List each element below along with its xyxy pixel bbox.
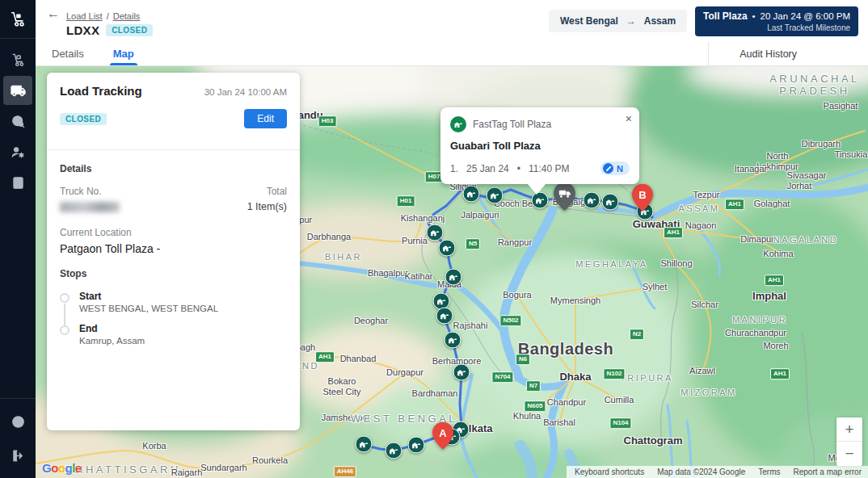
toll-booth-icon [466,189,477,199]
report-error-link[interactable]: Report a map error [794,468,862,476]
stop-end-value: Kamrup, Assam [79,336,145,346]
popup-time: 11:40 PM [529,163,569,174]
milestone-dot: • [752,11,756,21]
stop-dot-icon [60,325,70,335]
route-chip: West Bengal → Assam [549,10,687,32]
sidebar-item-trips[interactable] [3,76,32,105]
hand-truck-icon [11,52,26,68]
document-icon [11,175,26,191]
breadcrumb-load-list[interactable]: Load List [66,11,103,21]
edit-button[interactable]: Edit [244,109,287,128]
sidebar-item-help[interactable] [3,407,32,436]
logo-letter: e [75,461,82,475]
timeline-connector [64,304,65,328]
popup-date: 25 Jan 24 [466,163,509,174]
map-canvas[interactable]: ARUNACHAL PRADESHPasighatDibrugarhTinsuk… [36,66,868,478]
toll-plaza-marker[interactable] [427,224,444,241]
tab-map[interactable]: Map [110,42,137,65]
toll-booth-icon [440,311,450,321]
toll-booth-icon [535,195,546,206]
stop-end-label: End [79,323,145,334]
globe-search-icon [11,114,26,129]
zoom-in-button[interactable]: + [836,417,862,442]
toll-plaza-marker[interactable] [386,442,402,459]
toll-plaza-popup: × FastTag Toll Plaza Guabari Toll Plaza … [440,107,639,184]
sidebar [0,0,36,478]
truck-no-value-redacted [60,202,120,212]
logo-letter: o [58,461,65,475]
audit-history-link[interactable]: Audit History [708,42,868,65]
toll-booth-icon [587,195,597,206]
header-right: West Bengal → Assam Toll Plaza • 20 Jan … [549,6,860,36]
selected-toll-marker[interactable] [554,182,575,214]
tab-details[interactable]: Details [48,42,87,65]
app-window: ← Load List / Details LDXX CLOSED West B… [0,0,868,478]
toll-plaza-marker[interactable] [453,364,470,381]
cart-logo-icon [9,10,27,28]
app-logo [0,0,36,39]
toll-plaza-marker[interactable] [439,240,456,257]
close-icon[interactable]: × [626,113,632,124]
toll-booth-icon [411,440,422,451]
sidebar-nav [3,39,32,197]
divider [47,149,300,150]
route-origin: West Bengal [560,15,618,27]
route-destination: Assam [644,15,676,27]
milestone-subtitle: Last Tracked Milestone [703,23,850,32]
toll-plaza-marker[interactable] [445,269,462,286]
sidebar-item-tracking[interactable] [3,107,32,136]
sidebar-bottom [0,398,36,478]
route-pin[interactable]: B [632,184,653,215]
toll-booth-icon [436,296,447,307]
truck-icon [11,83,26,99]
terms-link[interactable]: Terms [758,468,780,476]
zoom-out-button[interactable]: − [836,442,862,466]
map-zoom-control: + − [836,417,862,466]
breadcrumb-separator: / [107,11,109,21]
arrow-right-icon: → [626,15,636,27]
milestone-type: Toll Plaza [703,10,747,22]
logout-icon [11,448,26,463]
popup-n-label: N [617,164,623,174]
status-badge: CLOSED [106,24,153,36]
toll-plaza-marker[interactable] [584,192,600,209]
toll-plaza-marker[interactable] [445,332,461,349]
milestone-datetime: 20 Jan 24 @ 6:00 PM [761,11,850,21]
route-pin[interactable]: A [432,422,453,453]
sidebar-item-partners[interactable] [3,137,32,166]
total-label: Total [267,186,287,197]
stop-end: End Kamrup, Assam [60,323,287,346]
sidebar-item-documents[interactable] [3,168,32,197]
toll-booth-icon [389,446,399,456]
logo-letter: G [42,461,51,475]
fasttag-icon [450,116,466,132]
toll-booth-icon [430,228,440,238]
toll-plaza-marker[interactable] [436,308,453,325]
toll-booth-icon [490,191,500,201]
toll-plaza-marker[interactable] [356,436,373,453]
breadcrumb-details[interactable]: Details [113,11,141,21]
toll-booth-icon [457,367,467,378]
keyboard-shortcuts-link[interactable]: Keyboard shortcuts [575,468,644,476]
stop-dot-icon [60,293,70,303]
help-icon [11,414,26,430]
back-button[interactable]: ← [47,6,60,21]
svg-text:B: B [638,189,646,201]
sidebar-item-loads[interactable] [3,45,32,74]
details-heading: Details [60,163,287,174]
popup-n-badge[interactable]: N [600,161,630,175]
svg-text:A: A [439,427,447,439]
toll-plaza-marker[interactable] [408,437,425,454]
toll-plaza-marker[interactable] [602,194,619,211]
toll-plaza-marker[interactable] [487,187,504,204]
popup-title: Guabari Toll Plaza [450,140,630,152]
toll-booth-icon [448,335,458,346]
breadcrumb: Load List / Details [66,11,153,21]
map-attribution: Keyboard shortcuts Map data ©2024 Google… [567,466,868,478]
pin-icon: B [632,184,653,212]
tab-bar: Details Map Audit History [36,42,868,66]
sidebar-item-logout[interactable] [3,441,32,470]
stop-start-value: WEST BENGAL, WEST BENGAL [79,304,218,313]
toll-booth-icon [449,272,459,283]
toll-plaza-marker[interactable] [463,186,480,203]
